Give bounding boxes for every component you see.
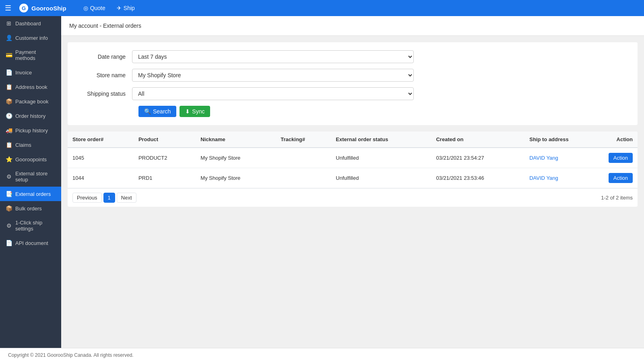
nav-quote[interactable]: ◎ Quote [78, 3, 110, 13]
shipping-status-row: Shipping status All Fulfilled Unfulfille… [80, 87, 625, 100]
table-header-row: Store order# Product Nickname Tracking# … [68, 132, 638, 148]
ship-address-link-0[interactable]: DAVID Yang [529, 155, 558, 161]
sidebar-item-external-store-setup[interactable]: ⚙ External store setup [0, 167, 61, 187]
cell-tracking-0 [276, 148, 331, 168]
search-button[interactable]: 🔍 Search [138, 106, 176, 117]
store-name-row: Store name My Shopify Store All stores [80, 69, 625, 82]
brand-icon: G [19, 4, 28, 12]
date-range-label: Date range [80, 53, 132, 60]
sidebar-item-label: Invoice [15, 70, 32, 76]
col-product: Product [134, 132, 196, 148]
shipping-status-select[interactable]: All Fulfilled Unfulfilled Pending [132, 87, 414, 100]
sidebar-item-gooroopoints[interactable]: ⭐ Gooroopoints [0, 152, 61, 167]
sidebar-item-label: Package book [15, 99, 48, 105]
filter-section: Date range Last 7 days Last 30 days Last… [68, 42, 638, 125]
store-name-label: Store name [80, 72, 132, 78]
sidebar-item-label: 1-Click ship settings [15, 220, 56, 232]
sidebar-item-label: Order history [15, 113, 45, 119]
store-name-control: My Shopify Store All stores [132, 69, 414, 82]
top-nav-links: ◎ Quote ✈ Ship [78, 3, 140, 13]
sidebar-item-order-history[interactable]: 🕐 Order history [0, 109, 61, 123]
date-range-control: Last 7 days Last 30 days Last 90 days Cu… [132, 50, 414, 63]
sidebar-item-1-click-ship-settings[interactable]: ⚙ 1-Click ship settings [0, 216, 61, 236]
ship-address-link-1[interactable]: DAVID Yang [529, 175, 558, 181]
pickup-icon: 🚚 [6, 127, 12, 134]
footer: Copyright © 2021 GoorooShip Canada. All … [0, 348, 644, 362]
customer-icon: 👤 [6, 35, 12, 41]
next-button[interactable]: Next [117, 193, 136, 203]
pagination-row: Previous 1 Next 1-2 of 2 items [68, 188, 638, 207]
quote-label: Quote [90, 5, 105, 11]
nav-ship[interactable]: ✈ Ship [112, 3, 140, 13]
cell-product-1: PRD1 [134, 168, 196, 188]
bulk-orders-icon: 📦 [6, 205, 12, 212]
cell-ship-address-0[interactable]: DAVID Yang [524, 148, 604, 168]
brand-name: GoorooShip [31, 5, 66, 12]
sidebar-item-customer-info[interactable]: 👤 Customer info [0, 31, 61, 45]
cell-store-order-1: 1044 [68, 168, 134, 188]
col-nickname: Nickname [196, 132, 276, 148]
sidebar: ⊞ Dashboard 👤 Customer info 💳 Payment me… [0, 16, 61, 348]
filter-buttons: 🔍 Search ⬇ Sync [138, 106, 625, 117]
cell-nickname-1: My Shopify Store [196, 168, 276, 188]
sidebar-item-claims[interactable]: 📋 Claims [0, 138, 61, 152]
pagination-info: 1-2 of 2 items [601, 195, 633, 201]
sidebar-item-label: Payment methods [15, 49, 56, 61]
gooroopoints-icon: ⭐ [6, 156, 12, 162]
date-range-row: Date range Last 7 days Last 30 days Last… [80, 50, 625, 63]
main-content: My account - External orders Date range … [61, 16, 644, 348]
cell-ship-address-1[interactable]: DAVID Yang [524, 168, 604, 188]
cell-product-0: PRODUCT2 [134, 148, 196, 168]
quote-icon: ◎ [83, 5, 88, 11]
sidebar-item-pickup-history[interactable]: 🚚 Pickup history [0, 123, 61, 138]
sidebar-item-api-document[interactable]: 📄 API document [0, 236, 61, 250]
date-range-select[interactable]: Last 7 days Last 30 days Last 90 days Cu… [132, 50, 414, 63]
page-1-button[interactable]: 1 [103, 193, 115, 203]
hamburger-icon[interactable]: ☰ [5, 4, 11, 12]
col-tracking: Tracking# [276, 132, 331, 148]
col-external-order-status: External order status [331, 132, 431, 148]
api-icon: 📄 [6, 240, 12, 246]
orders-table: Store order# Product Nickname Tracking# … [68, 132, 638, 188]
sync-icon: ⬇ [185, 108, 190, 115]
sidebar-item-package-book[interactable]: 📦 Package book [0, 94, 61, 109]
ship-label: Ship [124, 5, 135, 11]
breadcrumb-text: My account - External orders [69, 23, 141, 29]
action-button-1[interactable]: Action [609, 173, 633, 183]
sidebar-item-label: Pickup history [15, 128, 48, 134]
previous-button[interactable]: Previous [72, 193, 102, 203]
app-body: ⊞ Dashboard 👤 Customer info 💳 Payment me… [0, 16, 644, 348]
cell-nickname-0: My Shopify Store [196, 148, 276, 168]
sidebar-item-payment-methods[interactable]: 💳 Payment methods [0, 45, 61, 65]
sidebar-item-label: Bulk orders [15, 206, 42, 212]
sidebar-item-external-orders[interactable]: 📑 External orders [0, 187, 61, 201]
sidebar-item-label: External store setup [15, 171, 56, 183]
store-name-select[interactable]: My Shopify Store All stores [132, 69, 414, 82]
cell-store-order-0: 1045 [68, 148, 134, 168]
sidebar-item-bulk-orders[interactable]: 📦 Bulk orders [0, 201, 61, 216]
cell-tracking-1 [276, 168, 331, 188]
external-orders-icon: 📑 [6, 191, 12, 197]
sidebar-item-label: Customer info [15, 35, 48, 41]
top-nav: ☰ G GoorooShip ◎ Quote ✈ Ship [0, 0, 644, 16]
action-button-0[interactable]: Action [609, 153, 633, 163]
brand: G GoorooShip [19, 4, 66, 12]
pagination: Previous 1 Next [72, 193, 136, 203]
sidebar-item-address-book[interactable]: 📋 Address book [0, 80, 61, 94]
col-ship-to-address: Ship to address [524, 132, 604, 148]
breadcrumb: My account - External orders [61, 16, 644, 36]
sidebar-item-label: Claims [15, 142, 31, 148]
cell-created-0: 03/21/2021 23:54:27 [431, 148, 524, 168]
sidebar-item-label: Gooroopoints [15, 156, 47, 162]
store-setup-icon: ⚙ [6, 173, 12, 180]
package-icon: 📦 [6, 98, 12, 105]
shipping-status-label: Shipping status [80, 90, 132, 97]
payment-icon: 💳 [6, 52, 12, 58]
sidebar-item-invoice[interactable]: 📄 Invoice [0, 65, 61, 80]
sync-button[interactable]: ⬇ Sync [180, 106, 210, 117]
order-history-icon: 🕐 [6, 113, 12, 119]
sidebar-item-dashboard[interactable]: ⊞ Dashboard [0, 16, 61, 31]
sidebar-item-label: Address book [15, 84, 47, 90]
col-action: Action [604, 132, 638, 148]
table-row: 1045 PRODUCT2 My Shopify Store Unfulfill… [68, 148, 638, 168]
